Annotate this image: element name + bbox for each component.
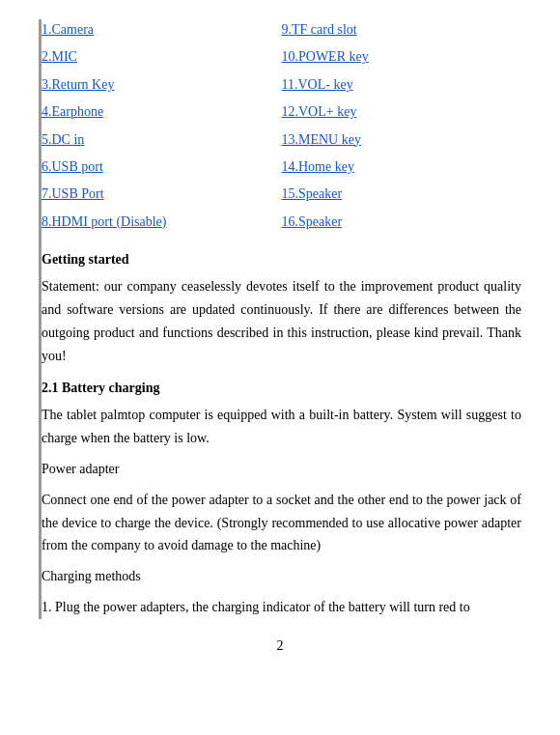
- power-adapter-label: Power adapter: [42, 458, 521, 481]
- link-item-15[interactable]: 15.Speaker: [282, 184, 522, 205]
- page-number: 2: [39, 638, 521, 654]
- link-item-16[interactable]: 16.Speaker: [282, 212, 522, 233]
- link-item-7[interactable]: 7.USB Port: [42, 184, 282, 205]
- link-item-3[interactable]: 3.Return Key: [42, 74, 282, 96]
- charging-methods-label: Charging methods: [42, 565, 521, 588]
- link-list: 1.Camera 2.MIC 3.Return Key 4.Earphone 5…: [42, 19, 521, 233]
- getting-started-title: Getting started: [42, 252, 521, 268]
- link-item-14[interactable]: 14.Home key: [282, 156, 522, 178]
- link-item-4[interactable]: 4.Earphone: [42, 101, 282, 123]
- link-item-1[interactable]: 1.Camera: [42, 19, 282, 41]
- link-item-11[interactable]: 11.VOL- key: [282, 74, 522, 96]
- battery-charging-title: 2.1 Battery charging: [42, 381, 521, 396]
- link-item-8[interactable]: 8.HDMI port (Disable): [42, 212, 282, 233]
- link-item-5[interactable]: 5.DC in: [42, 129, 282, 151]
- link-item-12[interactable]: 12.VOL+ key: [282, 101, 522, 123]
- right-link-column: 9.TF card slot 10.POWER key 11.VOL- key …: [282, 19, 522, 233]
- link-item-6[interactable]: 6.USB port: [42, 156, 282, 178]
- link-item-9[interactable]: 9.TF card slot: [282, 19, 522, 41]
- link-item-10[interactable]: 10.POWER key: [282, 46, 522, 68]
- link-item-2[interactable]: 2.MIC: [42, 46, 282, 68]
- getting-started-paragraph: Statement: our company ceaselessly devot…: [42, 275, 521, 367]
- battery-charging-paragraph3: 1. Plug the power adapters, the charging…: [42, 596, 521, 619]
- left-link-column: 1.Camera 2.MIC 3.Return Key 4.Earphone 5…: [42, 19, 282, 233]
- battery-charging-paragraph2: Connect one end of the power adapter to …: [42, 489, 521, 557]
- link-item-13[interactable]: 13.MENU key: [282, 129, 522, 151]
- battery-charging-paragraph1: The tablet palmtop computer is equipped …: [42, 404, 521, 450]
